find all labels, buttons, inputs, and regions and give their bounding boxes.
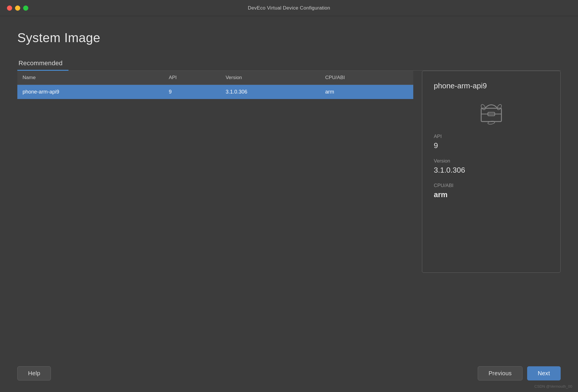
title-bar: DevEco Virtual Device Configuration [0,0,578,16]
cell-api: 9 [164,85,221,99]
maximize-button[interactable] [23,5,28,11]
detail-api-field: API 9 [434,134,549,150]
main-content: System Image Recommended Name API Versio… [0,16,578,392]
navigation-buttons: Previous Next [478,366,561,380]
tabs-area: Recommended [17,57,561,71]
device-icon [477,99,506,125]
cell-name: phone-arm-api9 [17,85,164,99]
col-header-cpu-abi: CPU/ABI [320,71,413,85]
detail-api-value: 9 [434,141,549,150]
col-header-name: Name [17,71,164,85]
device-icon-area [434,99,549,125]
system-image-table: Name API Version CPU/ABI phone-arm-api9 … [17,71,413,99]
detail-version-label: Version [434,158,549,164]
detail-version-field: Version 3.1.0.306 [434,158,549,175]
window-controls[interactable] [7,5,28,11]
detail-version-value: 3.1.0.306 [434,166,549,175]
col-header-api: API [164,71,221,85]
previous-button[interactable]: Previous [478,366,522,380]
cell-version: 3.1.0.306 [221,85,320,99]
minimize-button[interactable] [15,5,20,11]
detail-name: phone-arm-api9 [434,81,549,90]
help-button[interactable]: Help [17,366,51,380]
cell-cpu-abi: arm [320,85,413,99]
detail-cpu-abi-label: CPU/ABI [434,183,549,188]
detail-api-label: API [434,134,549,139]
content-row: Name API Version CPU/ABI phone-arm-api9 … [17,71,561,361]
page-title: System Image [17,31,561,45]
next-button[interactable]: Next [527,366,561,380]
tab-recommended[interactable]: Recommended [17,57,68,70]
bottom-bar: Help Previous Next [17,361,561,383]
window-title: DevEco Virtual Device Configuration [248,5,330,11]
close-button[interactable] [7,5,12,11]
table-area: Name API Version CPU/ABI phone-arm-api9 … [17,71,413,361]
table-header-row: Name API Version CPU/ABI [17,71,413,85]
svg-rect-0 [481,108,501,122]
col-header-version: Version [221,71,320,85]
watermark: CSDN @Vermouth_00 [534,384,572,389]
detail-panel: phone-arm-api9 [422,71,561,273]
table-row[interactable]: phone-arm-api9 9 3.1.0.306 arm [17,85,413,99]
detail-cpu-abi-field: CPU/ABI arm [434,183,549,199]
detail-cpu-abi-value: arm [434,190,549,199]
